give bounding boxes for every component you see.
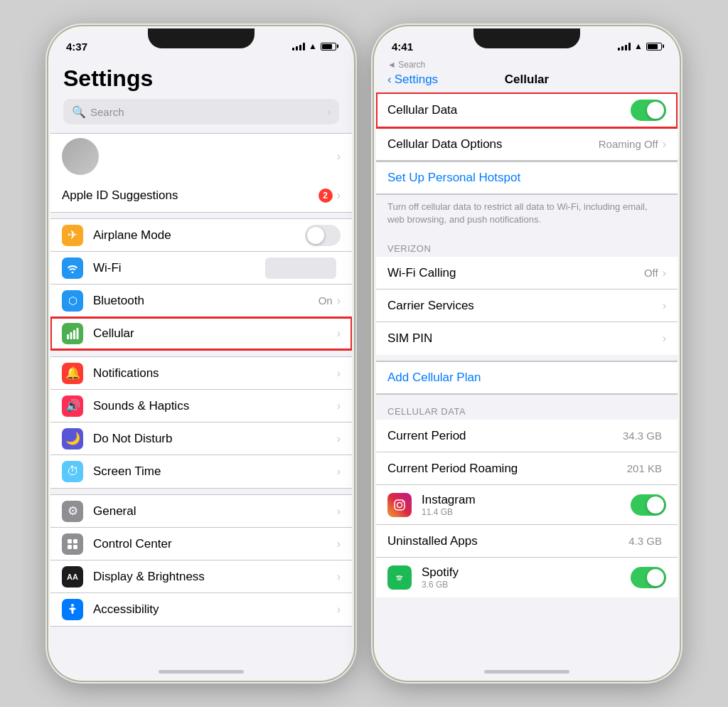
spotify-toggle[interactable]	[631, 567, 666, 588]
sim-pin-item[interactable]: SIM PIN ›	[376, 322, 678, 355]
svg-point-11	[402, 501, 404, 502]
add-plan-link[interactable]: Add Cellular Plan	[376, 361, 678, 394]
spotify-icon	[387, 565, 412, 590]
screen-time-label: Screen Time	[93, 464, 337, 479]
spotify-label: Spotify	[422, 565, 631, 580]
scene: 4:37 ▲ Settings	[0, 0, 728, 707]
accessibility-item[interactable]: Accessibility ›	[50, 593, 352, 626]
settings-header: Settings 🔍 Search ›	[50, 60, 352, 133]
notifications-label: Notifications	[93, 366, 337, 381]
airplane-mode-item[interactable]: ✈ Airplane Mode	[50, 219, 352, 252]
instagram-item[interactable]: Instagram 11.4 GB	[376, 485, 678, 525]
wifi-calling-value: Off	[644, 267, 658, 279]
cellular-data-item[interactable]: Cellular Data	[376, 92, 678, 128]
time-right: 4:41	[392, 41, 413, 53]
svg-point-10	[397, 502, 402, 507]
accessibility-label: Accessibility	[93, 602, 337, 617]
cellular-data-options-item[interactable]: Cellular Data Options Roaming Off ›	[376, 128, 678, 161]
display-icon: AA	[62, 566, 83, 588]
notifications-item[interactable]: 🔔 Notifications ›	[50, 357, 352, 390]
cellular-data-header: CELLULAR DATA	[376, 400, 678, 420]
sounds-icon: 🔊	[62, 395, 83, 417]
sounds-label: Sounds & Haptics	[93, 399, 337, 413]
svg-rect-3	[77, 328, 79, 339]
chevron-icon: ›	[337, 603, 341, 616]
back-chevron-icon: ‹	[387, 73, 392, 87]
svg-rect-2	[73, 330, 75, 339]
bluetooth-icon: ⬡	[62, 290, 83, 312]
chevron-icon: ›	[663, 299, 666, 312]
back-button[interactable]: ‹ Settings	[387, 73, 438, 87]
sounds-item[interactable]: 🔊 Sounds & Haptics ›	[50, 390, 352, 422]
chevron-left-icon: ◄	[387, 60, 396, 70]
search-bar[interactable]: 🔍 Search ›	[63, 99, 339, 124]
cellular-data-options-value: Roaming Off	[599, 138, 658, 150]
battery-icon	[321, 43, 336, 51]
bluetooth-item[interactable]: ⬡ Bluetooth On ›	[50, 285, 352, 317]
chevron-icon: ›	[337, 505, 341, 518]
display-item[interactable]: AA Display & Brightness ›	[50, 560, 352, 593]
home-indicator-right	[376, 664, 678, 679]
general-icon: ⚙	[62, 501, 83, 522]
notch-right	[473, 28, 580, 48]
hotspot-link[interactable]: Set Up Personal Hotspot	[376, 161, 678, 194]
cellular-data-toggle[interactable]	[631, 100, 666, 121]
chevron-icon: ›	[337, 294, 341, 307]
chevron-icon: ›	[337, 367, 341, 380]
chevron-icon: ›	[337, 465, 341, 478]
instagram-size: 11.4 GB	[422, 507, 631, 517]
status-icons-left: ▲	[292, 41, 336, 51]
battery-icon-right	[646, 43, 662, 51]
notch	[148, 28, 255, 48]
add-plan-section: Add Cellular Plan	[376, 361, 678, 395]
chevron-icon: ›	[337, 570, 341, 583]
verizon-header: VERIZON	[376, 238, 678, 257]
apple-id-suggestions-item[interactable]: Apple ID Suggestions 2 ›	[50, 179, 352, 212]
sim-pin-label: SIM PIN	[387, 331, 663, 346]
wifi-icon: ▲	[309, 41, 317, 51]
cellular-data-label: Cellular Data	[387, 103, 631, 117]
cellular-data-section: Cellular Data Cellular Data Options Roam…	[376, 92, 678, 232]
chevron-icon: ›	[337, 327, 341, 340]
do-not-disturb-item[interactable]: 🌙 Do Not Disturb ›	[50, 422, 352, 455]
uninstalled-apps-value: 4.3 GB	[628, 535, 662, 547]
cellular-content: Cellular Data Cellular Data Options Roam…	[376, 92, 678, 664]
general-label: General	[93, 504, 337, 519]
carrier-services-item[interactable]: Carrier Services ›	[376, 289, 678, 322]
general-item[interactable]: ⚙ General ›	[50, 495, 352, 528]
connectivity-section: ✈ Airplane Mode Wi-Fi	[50, 218, 352, 351]
airplane-toggle[interactable]	[305, 225, 341, 246]
apple-id-row[interactable]: ›	[50, 134, 352, 179]
notifications-icon: 🔔	[62, 363, 83, 384]
airplane-mode-icon: ✈	[62, 225, 83, 246]
current-period-roaming-value: 201 KB	[627, 462, 662, 474]
signal-icon	[292, 42, 305, 51]
search-placeholder: Search	[90, 106, 124, 118]
uninstalled-apps-item: Uninstalled Apps 4.3 GB	[376, 525, 678, 558]
current-period-roaming-item: Current Period Roaming 201 KB	[376, 452, 678, 485]
chevron-icon: ›	[337, 189, 341, 202]
chevron-icon: ›	[663, 267, 666, 280]
wifi-calling-item[interactable]: Wi-Fi Calling Off ›	[376, 257, 678, 289]
svg-rect-6	[68, 545, 72, 549]
cellular-page-title: Cellular	[505, 73, 549, 87]
apple-id-section: › Apple ID Suggestions 2 ›	[50, 133, 352, 213]
search-hint-text: Search	[398, 60, 425, 70]
screen-time-icon: ⏱	[62, 461, 83, 482]
cellular-item[interactable]: Cellular ›	[50, 317, 352, 350]
instagram-icon	[387, 493, 412, 517]
control-center-item[interactable]: Control Center ›	[50, 528, 352, 560]
spotify-item[interactable]: Spotify 3.6 GB	[376, 558, 678, 597]
time-left: 4:37	[66, 41, 87, 53]
screen-time-item[interactable]: ⏱ Screen Time ›	[50, 455, 352, 488]
chevron-icon: ›	[337, 400, 341, 413]
general-section: ⚙ General › Contro	[50, 494, 352, 627]
control-center-label: Control Center	[93, 537, 337, 551]
hotspot-section: Set Up Personal Hotspot	[376, 161, 678, 195]
wifi-item[interactable]: Wi-Fi	[50, 252, 352, 285]
current-period-item: Current Period 34.3 GB	[376, 420, 678, 452]
accessibility-icon	[62, 599, 83, 620]
status-icons-right: ▲	[618, 41, 662, 51]
spotify-size: 3.6 GB	[422, 580, 631, 590]
instagram-toggle[interactable]	[631, 494, 666, 516]
